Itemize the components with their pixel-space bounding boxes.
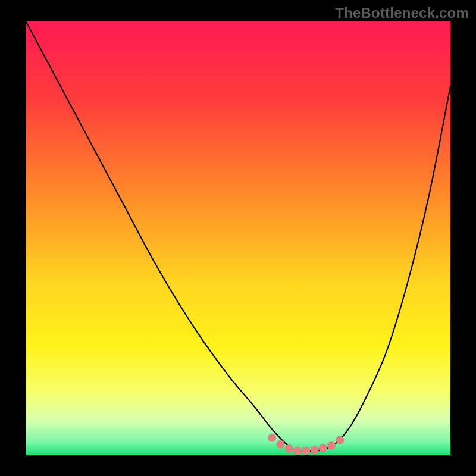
plot-background	[26, 21, 450, 455]
marker-dot	[285, 444, 293, 453]
watermark-text: TheBottleneck.com	[335, 5, 469, 21]
marker-dot	[311, 446, 319, 454]
marker-dot	[268, 434, 276, 442]
marker-dot	[336, 436, 344, 444]
chart-frame: TheBottleneck.com	[0, 0, 476, 476]
marker-dot	[276, 440, 284, 449]
marker-dot	[302, 447, 310, 455]
marker-dot	[293, 447, 302, 455]
marker-dot	[327, 441, 336, 450]
marker-dot	[319, 444, 327, 452]
chart-svg	[0, 0, 476, 476]
